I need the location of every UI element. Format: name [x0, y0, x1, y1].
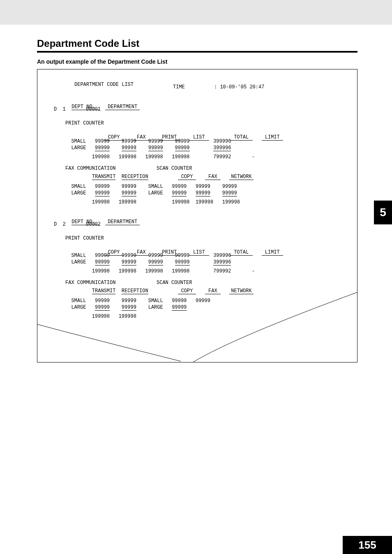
cell: 199998 — [92, 199, 110, 205]
row-large: LARGE — [71, 145, 86, 151]
cell: 199998 — [145, 268, 163, 274]
cell: 99999 — [122, 305, 136, 311]
col-reception: RECEPTION — [122, 288, 148, 294]
cell: 199998 — [119, 314, 136, 319]
row-small: SMALL — [71, 253, 86, 259]
cell: 199998 — [119, 154, 136, 160]
section-title: Department Code List — [37, 38, 139, 49]
cell: 99999 — [175, 253, 190, 259]
top-gray-band — [0, 0, 392, 25]
cell: 99999 — [95, 259, 110, 265]
page-curl-top — [193, 288, 357, 362]
d1-fc-small: SMALL 99999 99999 SMALL 99999 99999 9999… — [65, 184, 237, 189]
d1-fc-totals: 199998 199998 199998 199998 199998 — [65, 199, 240, 205]
cell: 99999 — [172, 298, 187, 304]
col-scan-copy: COPY — [178, 288, 196, 294]
dept-2-no: D 2 — [54, 222, 66, 227]
row-large: LARGE — [148, 305, 163, 310]
col-total: TOTAL — [230, 134, 253, 141]
cell: 399996 — [213, 145, 231, 151]
cell: 799992 — [213, 268, 231, 274]
cell: 99999 — [148, 259, 163, 265]
row-large: LARGE — [148, 190, 163, 196]
cell: 99999 — [196, 190, 210, 196]
col-limit: LIMIT — [262, 134, 283, 141]
row-small: SMALL — [71, 184, 86, 189]
cell: 99999 — [122, 253, 136, 259]
cell: 199998 — [172, 154, 189, 160]
cell: 99999 — [95, 145, 110, 151]
d1-pc-totals: 199998 199998 199998 199998 799992 - — [65, 154, 255, 160]
cell: 399996 — [213, 138, 231, 144]
col-scan-fax: FAX — [205, 174, 221, 180]
cell: 99999 — [172, 305, 187, 311]
cell: 99999 — [95, 305, 110, 311]
cell: 99999 — [95, 253, 110, 259]
col-limit: LIMIT — [262, 249, 283, 256]
cell: 199998 — [222, 199, 240, 205]
dept-name-label: DEPARTMENT — [105, 104, 140, 110]
chapter-tab: 5 — [374, 201, 392, 224]
print-counter-label: PRINT COUNTER — [65, 120, 104, 126]
cell: 99999 — [95, 190, 110, 196]
col-transmit: TRANSMIT — [92, 288, 116, 294]
section-rule — [37, 51, 357, 53]
cell: 99999 — [148, 145, 163, 151]
col-reception: RECEPTION — [122, 174, 148, 180]
dept-name-label: DEPARTMENT — [105, 219, 140, 225]
cell: - — [252, 154, 255, 160]
cell: 99999 — [196, 184, 210, 189]
col-transmit: TRANSMIT — [92, 174, 116, 180]
cell: 199998 — [119, 268, 136, 274]
time-label: TIME — [173, 84, 185, 90]
col-scan-network: NETWORK — [229, 174, 253, 180]
scan-counter-label: SCAN COUNTER — [157, 280, 192, 286]
cell: 199998 — [92, 268, 110, 274]
row-large: LARGE — [71, 190, 86, 196]
d2-pc-small: SMALL 99999 99999 99999 99999 399996 — [65, 253, 231, 259]
fax-scan-header: TRANSMIT RECEPTION COPY FAX NETWORK — [65, 174, 254, 180]
fax-comm-label: FAX COMMUNICATION — [65, 280, 115, 286]
cell: - — [252, 268, 255, 274]
dept-2-name: 00002 — [86, 222, 101, 227]
report-title: DEPARTMENT CODE LIST — [74, 82, 134, 88]
d2-pc-totals: 199998 199998 199998 199998 799992 - — [65, 268, 255, 274]
cell: 99999 — [122, 259, 136, 265]
cell: 199998 — [92, 154, 110, 160]
cell: 99999 — [172, 184, 187, 189]
cell: 399996 — [213, 259, 231, 265]
section-subtitle: An output example of the Department Code… — [37, 58, 167, 65]
cell: 99999 — [122, 145, 136, 151]
cell: 99999 — [122, 190, 136, 196]
cell: 99999 — [222, 184, 237, 189]
row-small: SMALL — [71, 138, 86, 144]
col-scan-network: NETWORK — [229, 288, 253, 294]
cell: 99999 — [175, 138, 190, 144]
col-scan-fax: FAX — [205, 288, 221, 294]
cell: 99999 — [175, 259, 190, 265]
d1-fc-large: LARGE 99999 99999 LARGE 99999 99999 9999… — [65, 190, 237, 196]
cell: 99999 — [172, 190, 187, 196]
cell: 799992 — [213, 154, 231, 160]
cell: 199998 — [145, 154, 163, 160]
printout-frame: DEPARTMENT CODE LIST TIME : 10-09-'05 20… — [37, 69, 357, 362]
scan-counter-label: SCAN COUNTER — [157, 166, 192, 171]
row-large: LARGE — [71, 305, 86, 310]
cell: 199998 — [92, 314, 110, 319]
cell: 99999 — [222, 190, 237, 196]
d2-fc-totals: 199998 199998 — [65, 314, 136, 319]
d1-pc-small: SMALL 99999 99999 99999 99999 399996 — [65, 138, 231, 144]
page-number: 155 — [343, 536, 392, 554]
col-total: TOTAL — [230, 249, 253, 256]
cell: 99999 — [122, 184, 136, 189]
cell: 99999 — [95, 138, 110, 144]
col-scan-copy: COPY — [178, 174, 196, 180]
cell: 199998 — [172, 268, 189, 274]
row-large: LARGE — [71, 259, 86, 265]
page-curl-bottom — [37, 316, 181, 362]
row-small: SMALL — [148, 298, 163, 304]
cell: 399996 — [213, 253, 231, 259]
fax-scan-header: TRANSMIT RECEPTION COPY FAX NETWORK — [65, 288, 254, 294]
cell: 199998 — [119, 199, 136, 205]
time-value: : 10-09-'05 20:47 — [214, 84, 264, 90]
